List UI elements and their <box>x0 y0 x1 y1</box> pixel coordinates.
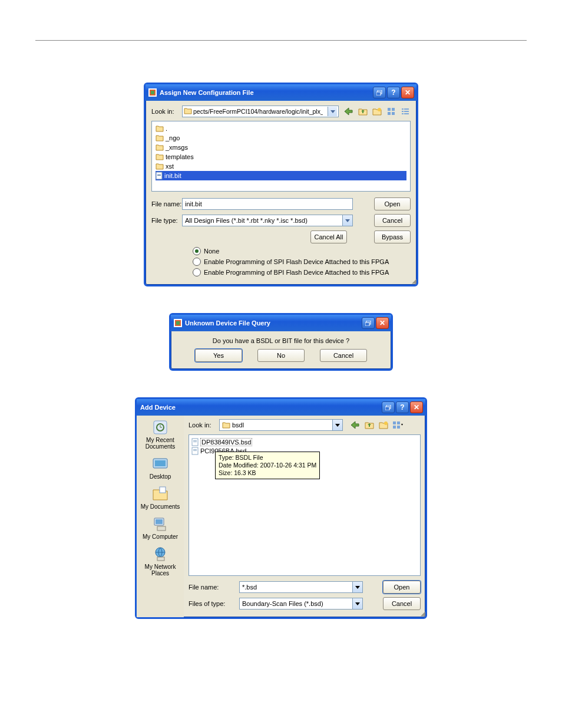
filetype-select[interactable]: Boundary-Scan Files (*.bsd) <box>239 598 363 610</box>
radio-unselected-icon <box>193 268 201 276</box>
add-device-dialog: Add Device ? ✕ My Recent Documents Deskt… <box>135 397 427 619</box>
svg-rect-34 <box>157 557 164 561</box>
sidebar-desktop[interactable]: Desktop <box>150 454 171 480</box>
radio-bpi[interactable]: Enable Programming of BPI Flash Device A… <box>193 268 411 276</box>
filename-input[interactable]: init.bit <box>182 198 353 210</box>
svg-rect-12 <box>402 111 404 112</box>
new-folder-icon[interactable] <box>372 106 382 117</box>
file-item-selected[interactable]: init.bit <box>156 171 406 180</box>
no-button[interactable]: No <box>257 349 305 362</box>
svg-rect-15 <box>404 113 409 114</box>
list-view-icon[interactable] <box>386 106 396 117</box>
cancel-button[interactable]: Cancel <box>383 597 421 610</box>
filetype-label: File type: <box>151 217 182 224</box>
file-toolbar <box>343 106 411 117</box>
help-button[interactable]: ? <box>387 87 400 98</box>
cancel-all-button[interactable]: Cancel All <box>310 230 347 243</box>
folder-item[interactable]: xst <box>156 162 406 171</box>
svg-rect-38 <box>393 426 396 429</box>
file-list-pane[interactable]: . _ngo _xmsgs templates xst init.bit <box>151 121 411 192</box>
open-button[interactable]: Open <box>374 197 411 210</box>
sidebar-mydocs[interactable]: My Documents <box>141 485 180 510</box>
up-folder-icon[interactable] <box>364 420 375 430</box>
desktop-icon <box>151 454 170 473</box>
titlebar[interactable]: Unknown Device File Query ✕ <box>171 315 391 331</box>
open-button[interactable]: Open <box>383 581 421 594</box>
folder-item[interactable]: _ngo <box>156 133 406 143</box>
dropdown-arrow-icon[interactable] <box>342 215 352 226</box>
svg-rect-10 <box>402 108 404 110</box>
file-tooltip: Type: BSDL File Date Modified: 2007-10-2… <box>215 452 320 479</box>
bypass-button[interactable]: Bypass <box>374 230 411 243</box>
titlebar[interactable]: Assign New Configuration File ? ✕ <box>146 84 416 101</box>
svg-rect-14 <box>402 113 404 114</box>
filename-input[interactable]: *.bsd <box>239 581 363 593</box>
restore-button[interactable] <box>362 317 375 329</box>
query-message: Do you have a BSDL or BIT file for this … <box>176 337 386 344</box>
restore-button[interactable] <box>382 401 395 413</box>
title: Add Device <box>139 404 381 411</box>
titlebar[interactable]: Add Device ? ✕ <box>137 399 425 416</box>
title: Unknown Device File Query <box>185 319 361 327</box>
resize-grip[interactable]: ◢ <box>421 610 424 617</box>
places-sidebar: My Recent Documents Desktop My Documents… <box>137 416 184 617</box>
look-in-combo[interactable]: bsdl <box>219 419 343 431</box>
folder-icon <box>184 107 192 116</box>
filetype-select[interactable]: All Design Files (*.bit *.rbt *.nky *.is… <box>182 215 353 226</box>
radio-selected-icon <box>193 247 201 255</box>
svg-rect-39 <box>397 426 400 429</box>
filename-label: File name: <box>189 584 239 591</box>
svg-rect-42 <box>193 442 197 442</box>
filetype-label: Files of type: <box>189 600 239 607</box>
folder-parent[interactable]: . <box>156 124 406 133</box>
svg-point-5 <box>378 108 381 111</box>
title: Assign New Configuration File <box>160 89 372 96</box>
svg-point-35 <box>384 421 388 425</box>
cancel-button[interactable]: Cancel <box>374 214 411 227</box>
svg-rect-8 <box>388 112 391 115</box>
folder-item[interactable]: _xmsgs <box>156 143 406 152</box>
dropdown-arrow-icon[interactable] <box>332 420 342 430</box>
view-menu-icon[interactable] <box>392 420 403 430</box>
dropdown-arrow-icon[interactable] <box>352 598 362 609</box>
radio-spi[interactable]: Enable Programming of SPI Flash Device A… <box>193 258 411 266</box>
svg-rect-20 <box>176 321 180 325</box>
svg-rect-31 <box>156 519 163 524</box>
yes-button[interactable]: Yes <box>195 349 242 362</box>
svg-rect-32 <box>157 526 166 531</box>
file-toolbar <box>350 420 403 430</box>
new-folder-icon[interactable] <box>378 420 389 430</box>
impact-icon <box>148 88 157 97</box>
mydocs-icon <box>151 485 170 503</box>
sidebar-recent[interactable]: My Recent Documents <box>137 418 184 450</box>
svg-rect-13 <box>404 111 409 112</box>
sidebar-mycomputer[interactable]: My Computer <box>143 515 178 540</box>
close-button[interactable]: ✕ <box>376 317 389 329</box>
file-item-selected[interactable]: DP83849IVS.bsd <box>191 437 418 446</box>
file-list-pane[interactable]: DP83849IVS.bsd PCI9056BA.bsd Type: BSDL … <box>189 434 421 576</box>
close-button[interactable]: ✕ <box>410 401 423 413</box>
radio-unselected-icon <box>193 258 201 266</box>
close-button[interactable]: ✕ <box>401 87 414 98</box>
look-in-label: Look in: <box>189 421 219 429</box>
restore-button[interactable] <box>373 87 386 98</box>
dropdown-arrow-icon[interactable] <box>328 107 337 116</box>
assign-config-dialog: Assign New Configuration File ? ✕ Look i… <box>144 83 418 286</box>
help-button[interactable]: ? <box>396 401 409 413</box>
cancel-button[interactable]: Cancel <box>320 349 367 362</box>
back-icon[interactable] <box>350 420 361 430</box>
svg-rect-11 <box>404 108 409 110</box>
dropdown-arrow-icon[interactable] <box>352 582 362 592</box>
sidebar-network[interactable]: My Network Places <box>137 545 184 577</box>
look-in-combo[interactable]: pects/FreeFormPCI104/hardware/logic/init… <box>182 106 339 117</box>
svg-rect-17 <box>157 174 161 176</box>
resize-grip[interactable]: ◢ <box>412 278 415 284</box>
detail-view-icon[interactable] <box>400 106 411 117</box>
radio-none[interactable]: None <box>193 247 411 255</box>
back-icon[interactable] <box>343 106 354 117</box>
mycomputer-icon <box>151 515 170 533</box>
look-in-label: Look in: <box>151 108 182 115</box>
up-folder-icon[interactable] <box>358 106 368 117</box>
svg-rect-2 <box>151 91 154 94</box>
folder-item[interactable]: templates <box>156 152 406 162</box>
